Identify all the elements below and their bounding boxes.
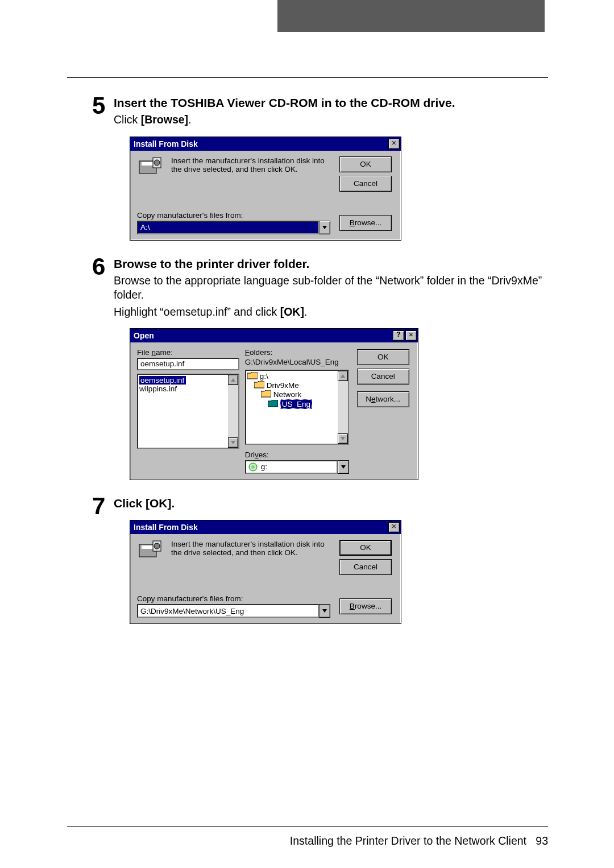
step-5-body-pre: Click bbox=[114, 113, 141, 126]
scroll-up-icon[interactable] bbox=[338, 371, 348, 381]
dialog2-titlebar: Install From Disk ✕ bbox=[130, 520, 401, 534]
ok-button[interactable]: OK bbox=[339, 156, 392, 172]
ok-button[interactable]: OK bbox=[339, 540, 392, 556]
cdrom-icon bbox=[248, 462, 258, 472]
step-5-body: Click [Browse]. bbox=[114, 113, 551, 127]
browse-rest: rowse... bbox=[355, 218, 381, 227]
drives-label: Drives: bbox=[245, 450, 350, 459]
svg-point-3 bbox=[154, 160, 160, 166]
browse-rest: rowse... bbox=[355, 602, 381, 610]
install-from-disk-dialog-2: Install From Disk ✕ Insert the manufactu… bbox=[130, 520, 401, 624]
cancel-button[interactable]: Cancel bbox=[357, 369, 409, 385]
open-title: Open bbox=[134, 331, 154, 340]
cancel-button[interactable]: Cancel bbox=[339, 559, 392, 575]
open-titlebar: Open ? ✕ bbox=[130, 329, 418, 342]
browse-mnemonic: B bbox=[350, 218, 355, 227]
ok-button[interactable]: OK bbox=[357, 349, 409, 365]
top-bar bbox=[0, 0, 614, 32]
copy-from-label: Copy manufacturer's files from: bbox=[137, 211, 330, 220]
dialog2-title: Install From Disk bbox=[134, 523, 198, 532]
svg-point-9 bbox=[154, 543, 160, 549]
file-listbox[interactable]: oemsetup.inf wilppins.inf bbox=[137, 374, 239, 449]
install-from-disk-dialog-1: Install From Disk ✕ Insert the manufactu… bbox=[130, 137, 401, 241]
copy-from-combo[interactable]: A:\ bbox=[137, 221, 330, 234]
step-5-body-post: . bbox=[188, 113, 191, 126]
step-7-number: 7 bbox=[92, 493, 105, 520]
dialog2-message: Insert the manufacturer's installation d… bbox=[171, 540, 330, 578]
drives-combo[interactable]: g: bbox=[245, 460, 350, 474]
list-item[interactable]: oemsetup.inf bbox=[139, 376, 227, 385]
list-item[interactable]: wilppins.inf bbox=[139, 385, 227, 393]
copy-from-combo[interactable]: G:\Driv9xMe\Network\US_Eng bbox=[137, 604, 330, 618]
svg-point-5 bbox=[252, 466, 254, 468]
step-6-body2-post: . bbox=[304, 305, 307, 318]
step-5-number: 5 bbox=[92, 92, 105, 119]
step-6-heading: Browse to the printer driver folder. bbox=[114, 257, 551, 271]
folder-item[interactable]: g:\ bbox=[247, 372, 337, 381]
folder-open-icon bbox=[254, 381, 264, 389]
folder-item[interactable]: Driv9xMe bbox=[247, 381, 337, 390]
rule-top bbox=[67, 77, 548, 78]
svg-rect-7 bbox=[142, 545, 154, 549]
copy-from-field[interactable]: G:\Driv9xMe\Network\US_Eng bbox=[137, 604, 319, 618]
step-6: 6 Browse to the printer driver folder. B… bbox=[114, 257, 551, 480]
floppy-icon bbox=[137, 540, 164, 578]
scroll-up-icon[interactable] bbox=[228, 375, 238, 385]
step-6-number: 6 bbox=[92, 253, 105, 280]
chevron-down-icon[interactable] bbox=[319, 221, 330, 234]
rule-bottom bbox=[67, 826, 548, 827]
copy-from-label: Copy manufacturer's files from: bbox=[137, 594, 330, 603]
browse-button[interactable]: Browse... bbox=[339, 215, 392, 231]
page-footer: Installing the Printer Driver to the Net… bbox=[290, 834, 548, 848]
drives-field[interactable]: g: bbox=[245, 460, 338, 474]
close-icon[interactable]: ✕ bbox=[388, 522, 400, 532]
top-bar-dark bbox=[277, 0, 545, 32]
folders-label: Folders: bbox=[245, 348, 350, 357]
folder-open-icon bbox=[261, 390, 271, 398]
network-button[interactable]: Network... bbox=[357, 391, 409, 407]
step-6-body1: Browse to the appropriate language sub-f… bbox=[114, 274, 551, 303]
footer-text: Installing the Printer Driver to the Net… bbox=[290, 834, 526, 847]
scrollbar[interactable] bbox=[338, 371, 348, 444]
filename-label: File name: bbox=[137, 348, 239, 357]
folder-tree[interactable]: g:\ Driv9xMe Network bbox=[245, 370, 350, 445]
step-6-body2-bold: [OK] bbox=[280, 305, 304, 318]
dialog1-title: Install From Disk bbox=[134, 139, 198, 148]
help-icon[interactable]: ? bbox=[393, 330, 404, 341]
folders-path: G:\Driv9xMe\Local\US_Eng bbox=[245, 358, 350, 366]
step-6-body2-pre: Highlight “oemsetup.inf” and click bbox=[114, 305, 280, 318]
cancel-button[interactable]: Cancel bbox=[339, 176, 392, 192]
folder-item[interactable]: US_Eng bbox=[247, 399, 337, 410]
chevron-down-icon[interactable] bbox=[338, 460, 349, 474]
close-icon[interactable]: ✕ bbox=[405, 330, 417, 341]
filename-input[interactable]: oemsetup.inf bbox=[137, 358, 239, 370]
step-5-heading: Insert the TOSHIBA Viewer CD-ROM in to t… bbox=[114, 96, 551, 110]
browse-button[interactable]: Browse... bbox=[339, 598, 392, 614]
scroll-down-icon[interactable] bbox=[338, 433, 348, 444]
folder-open-icon bbox=[268, 400, 278, 408]
folder-open-icon bbox=[247, 372, 258, 380]
step-7: 7 Click [OK]. Install From Disk ✕ Insert… bbox=[114, 496, 551, 624]
folder-item[interactable]: Network bbox=[247, 390, 337, 399]
dialog1-message: Insert the manufacturer's installation d… bbox=[171, 156, 330, 195]
browse-mnemonic: B bbox=[350, 602, 355, 610]
open-dialog: Open ? ✕ File name: oemsetup.inf bbox=[130, 328, 418, 480]
floppy-icon bbox=[137, 156, 164, 195]
footer-page: 93 bbox=[536, 834, 548, 847]
scroll-down-icon[interactable] bbox=[228, 437, 238, 448]
scrollbar[interactable] bbox=[228, 375, 238, 448]
copy-from-field[interactable]: A:\ bbox=[137, 221, 319, 234]
step-5: 5 Insert the TOSHIBA Viewer CD-ROM in to… bbox=[114, 96, 551, 241]
chevron-down-icon[interactable] bbox=[319, 604, 330, 618]
step-6-body2: Highlight “oemsetup.inf” and click [OK]. bbox=[114, 305, 551, 319]
step-5-body-bold: [Browse] bbox=[141, 113, 188, 126]
dialog1-titlebar: Install From Disk ✕ bbox=[130, 137, 401, 151]
svg-rect-1 bbox=[142, 162, 154, 166]
close-icon[interactable]: ✕ bbox=[388, 139, 400, 149]
step-7-heading: Click [OK]. bbox=[114, 496, 551, 511]
